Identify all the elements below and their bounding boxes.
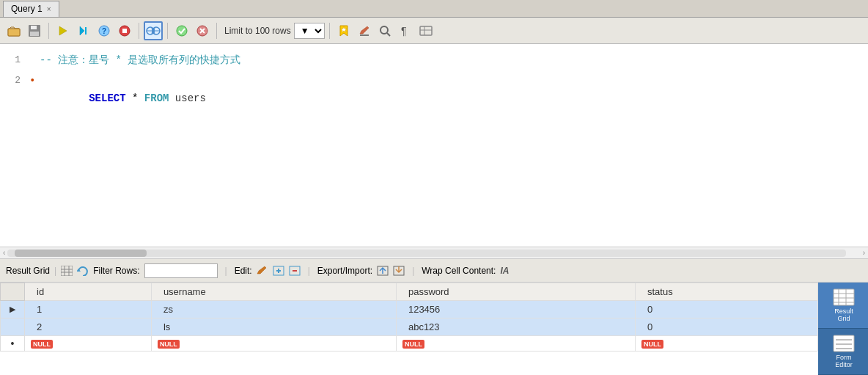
edit-query-btn[interactable] <box>355 21 374 40</box>
cell-null-username[interactable]: NULL <box>151 336 396 352</box>
schema-btn[interactable] <box>416 21 435 40</box>
toggle-btn[interactable] <box>144 21 163 40</box>
table-name: users <box>169 92 205 104</box>
cell-null-status[interactable]: NULL <box>635 336 817 352</box>
sep3 <box>167 23 168 39</box>
data-table: id username password status ▶ 1 zs 12345… <box>0 283 818 352</box>
svg-rect-1 <box>8 29 20 36</box>
table-header-row: id username password status <box>1 283 818 301</box>
sep5 <box>329 23 330 39</box>
horizontal-scrollbar[interactable]: ‹ › <box>0 247 868 258</box>
editor-line-2: 2 • SELECT * FROM users <box>0 70 868 126</box>
limit-select[interactable]: ▼ <box>294 23 325 39</box>
side-panel: ResultGrid FormEditor <box>818 283 868 375</box>
execute-btn[interactable] <box>54 21 73 40</box>
cell-id-1[interactable]: 1 <box>25 301 152 318</box>
sep1 <box>48 23 49 39</box>
cell-null-password[interactable]: NULL <box>396 336 635 352</box>
star-text: * <box>126 92 144 104</box>
svg-rect-4 <box>30 32 39 36</box>
open-file-btn[interactable] <box>4 21 23 40</box>
export-icon[interactable] <box>377 266 389 276</box>
form-editor-side-label: FormEditor <box>821 354 867 368</box>
row-indicator-new: • <box>1 336 25 352</box>
rt-sep-4: | <box>412 266 414 276</box>
execute-selected-btn[interactable] <box>74 21 93 40</box>
toolbar: ? Limit to 100 rows ▼ <box>0 18 868 44</box>
svg-rect-3 <box>31 26 37 29</box>
form-editor-side-btn[interactable]: FormEditor <box>818 329 868 375</box>
result-grid[interactable]: id username password status ▶ 1 zs 12345… <box>0 283 818 375</box>
wrap-icon[interactable]: IA <box>500 266 509 276</box>
keyword-from: FROM <box>144 92 169 104</box>
rt-sep-2: | <box>225 266 227 276</box>
line-content-1: -- 注意：星号 * 是选取所有列的快捷方式 <box>40 51 868 69</box>
edit-icon[interactable] <box>257 266 268 276</box>
svg-text:¶: ¶ <box>401 25 407 37</box>
delete-row-icon[interactable] <box>289 266 301 276</box>
wrap-label: Wrap Cell Content: <box>422 266 496 276</box>
rt-sep-3: | <box>308 266 310 276</box>
svg-line-23 <box>387 33 390 36</box>
line-number-1: 1 <box>0 51 29 69</box>
filter-input[interactable] <box>144 263 218 278</box>
limit-label: Limit to 100 rows <box>224 26 291 36</box>
result-grid-side-icon <box>833 288 855 306</box>
sep2 <box>139 23 139 39</box>
svg-rect-11 <box>122 29 127 33</box>
table-row[interactable]: 2 ls abc123 0 <box>1 318 818 336</box>
search-query-btn[interactable] <box>375 21 394 40</box>
query-tab[interactable]: Query 1 × <box>3 1 59 17</box>
table-row-new[interactable]: • NULL NULL NULL NULL <box>1 336 818 352</box>
bookmark-btn[interactable] <box>334 21 353 40</box>
rt-sep-1: | <box>54 266 56 276</box>
null-badge: NULL <box>402 340 424 349</box>
tab-close-btn[interactable]: × <box>47 5 51 13</box>
cell-password-1[interactable]: 123456 <box>396 301 635 318</box>
grid-icon[interactable] <box>61 266 73 276</box>
svg-point-15 <box>177 26 187 36</box>
row-indicator-1: ▶ <box>1 301 25 318</box>
line-bullet-1 <box>29 51 40 69</box>
result-grid-side-btn[interactable]: ResultGrid <box>818 283 868 329</box>
cell-id-2[interactable]: 2 <box>25 318 152 336</box>
row-indicator-2 <box>1 318 25 336</box>
svg-marker-6 <box>80 26 84 35</box>
table-row[interactable]: ▶ 1 zs 123456 0 <box>1 301 818 318</box>
paragraph-btn[interactable]: ¶ <box>396 21 415 40</box>
cell-status-2[interactable]: 0 <box>635 318 817 336</box>
scroll-right-btn[interactable]: › <box>860 249 868 257</box>
svg-rect-25 <box>420 26 432 35</box>
col-header-username: username <box>151 283 396 301</box>
cell-username-2[interactable]: ls <box>151 318 396 336</box>
form-editor-side-icon <box>833 335 855 352</box>
add-row-icon[interactable] <box>273 266 284 276</box>
keyword-select: SELECT <box>89 92 125 104</box>
cell-status-1[interactable]: 0 <box>635 301 817 318</box>
sql-editor[interactable]: 1 -- 注意：星号 * 是选取所有列的快捷方式 2 • SELECT * FR… <box>0 44 868 247</box>
stop-btn[interactable] <box>115 21 134 40</box>
commit-btn[interactable] <box>172 21 191 40</box>
col-header-id: id <box>25 283 152 301</box>
scroll-thumb[interactable] <box>15 250 147 257</box>
export-label: Export/Import: <box>317 266 372 276</box>
filter-label: Filter Rows: <box>93 266 139 276</box>
result-toolbar: Result Grid | Filter Rows: | Edit: | Exp… <box>0 259 868 283</box>
import-icon[interactable] <box>393 266 405 276</box>
main-container: ? Limit to 100 rows ▼ <box>0 18 868 375</box>
cell-password-2[interactable]: abc123 <box>396 318 635 336</box>
svg-text:?: ? <box>102 27 106 35</box>
null-badge: NULL <box>31 340 53 349</box>
explain-btn[interactable]: ? <box>95 21 114 40</box>
refresh-icon[interactable] <box>77 266 89 276</box>
save-btn[interactable] <box>25 21 44 40</box>
rollback-btn[interactable] <box>193 21 212 40</box>
line-bullet-2: • <box>29 72 40 90</box>
table-container: id username password status ▶ 1 zs 12345… <box>0 283 868 375</box>
cell-null-id[interactable]: NULL <box>25 336 152 352</box>
editor-line-1: 1 -- 注意：星号 * 是选取所有列的快捷方式 <box>0 50 868 70</box>
tab-label: Query 1 <box>11 4 43 14</box>
result-grid-label[interactable]: Result Grid <box>6 266 50 276</box>
cell-username-1[interactable]: zs <box>151 301 396 318</box>
line-number-2: 2 <box>0 72 29 90</box>
